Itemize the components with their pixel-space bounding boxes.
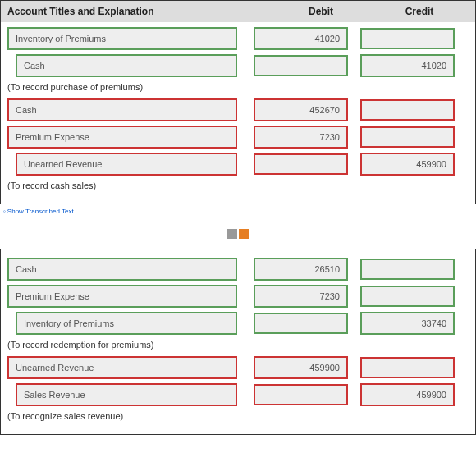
header-account-titles: Account Titles and Explanation [7,6,254,17]
account-input[interactable]: Unearned Revenue [16,153,237,176]
journal-row: Inventory of Premiums 33740 [7,312,469,335]
journal-row: Premium Expense 7230 [7,126,469,149]
credit-input[interactable]: 33740 [360,312,455,335]
credit-input[interactable]: 459900 [360,383,455,406]
debit-input[interactable] [254,384,348,405]
debit-input[interactable] [254,153,348,175]
journal-row: Sales Revenue 459900 [7,383,469,406]
credit-input[interactable] [360,28,455,49]
entry-caption: (To recognize sales revenue) [7,411,469,421]
journal-row: Inventory of Premiums 41020 [7,27,469,50]
credit-input[interactable] [360,126,455,148]
entry-caption: (To record redemption for premiums) [7,340,469,350]
entry-caption: (To record cash sales) [7,181,469,190]
credit-input[interactable] [360,99,455,121]
show-transcribed-link[interactable]: ◦Show Transcribed Text [3,208,476,215]
pager-page-2[interactable] [239,229,249,239]
debit-input[interactable]: 459900 [254,356,348,379]
journal-panel-bottom: Cash 26510 Premium Expense 7230 Inventor… [0,249,476,435]
journal-row: Unearned Revenue 459900 [7,356,469,379]
account-input[interactable]: Cash [16,54,237,77]
journal-row: Unearned Revenue 459900 [7,153,469,176]
debit-input[interactable]: 7230 [254,126,348,149]
bullet-icon: ◦ [3,208,6,215]
journal-panel-top: Account Titles and Explanation Debit Cre… [0,0,476,204]
credit-input[interactable]: 459900 [360,153,455,176]
pager-page-1[interactable] [227,229,237,239]
credit-input[interactable] [360,357,455,378]
panel-divider [0,222,476,222]
entry-caption: (To record purchase of premiums) [7,82,469,92]
account-input[interactable]: Premium Expense [7,285,237,308]
journal-row: Premium Expense 7230 [7,285,469,308]
debit-input[interactable]: 26510 [254,258,348,281]
credit-input[interactable] [360,286,455,307]
journal-row: Cash 452670 [7,98,469,121]
debit-input[interactable] [254,55,348,76]
credit-input[interactable]: 41020 [360,54,455,77]
debit-input[interactable]: 7230 [254,285,348,308]
debit-input[interactable]: 41020 [254,27,348,50]
debit-input[interactable] [254,313,348,334]
account-input[interactable]: Inventory of Premiums [16,312,237,335]
header-credit: Credit [370,6,469,17]
credit-input[interactable] [360,259,455,280]
journal-row: Cash 26510 [7,258,469,281]
account-input[interactable]: Cash [7,98,237,121]
link-text: Show Transcribed Text [7,208,74,215]
account-input[interactable]: Sales Revenue [16,383,237,406]
debit-input[interactable]: 452670 [254,98,348,121]
journal-header-row: Account Titles and Explanation Debit Cre… [1,1,475,22]
header-debit: Debit [272,6,370,17]
account-input[interactable]: Premium Expense [7,126,237,149]
journal-row: Cash 41020 [7,54,469,77]
pager [0,229,476,240]
account-input[interactable]: Inventory of Premiums [7,27,237,50]
account-input[interactable]: Cash [7,258,237,281]
account-input[interactable]: Unearned Revenue [7,356,237,379]
